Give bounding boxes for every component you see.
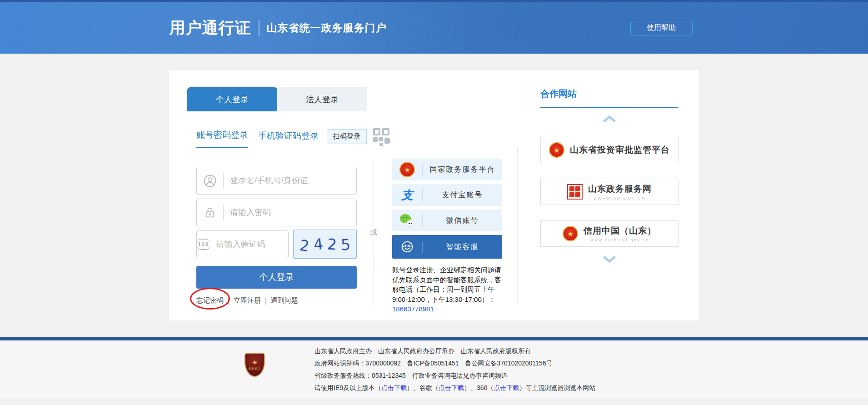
- problem-link[interactable]: 遇到问题: [271, 296, 298, 305]
- chevron-up-icon[interactable]: [603, 115, 616, 123]
- helper-links: 忘记密码 | 立即注册 | 遇到问题: [196, 296, 298, 305]
- customer-service-notice: 账号登录注册、企业绑定相关问题请优先联系页面中的智能客服系统，客服电话（工作日：…: [392, 265, 508, 314]
- brand: 用户通行证 山东省统一政务服务门户: [170, 17, 387, 39]
- browser-text: 请使用IE9及以上版本（: [314, 384, 381, 391]
- brand-divider: [259, 20, 259, 36]
- captcha-digit: 2: [298, 236, 310, 255]
- footer-line-icp: 政府网站识别码：3700000092 鲁ICP备05051451 鲁公网安备37…: [314, 357, 595, 370]
- login-page: 用户通行证 山东省统一政务服务门户 使用帮助 个人登录 法人登录 账号密码登录 …: [0, 0, 868, 405]
- password-field[interactable]: [196, 199, 357, 226]
- personal-login-button[interactable]: 个人登录: [196, 266, 357, 289]
- method-sms-login[interactable]: 手机验证码登录: [258, 130, 319, 148]
- partner-investment-platform[interactable]: ★ 山东省投资审批监管平台: [540, 137, 678, 163]
- chrome-download-link[interactable]: 点击下载: [439, 384, 464, 391]
- captcha-field[interactable]: 123: [196, 230, 289, 258]
- browser-text: ）、360（: [464, 384, 494, 391]
- captcha-digit: 2: [326, 235, 337, 253]
- method-password-login[interactable]: 账号密码登录: [196, 129, 248, 148]
- lock-icon: [197, 206, 223, 219]
- login-card: 个人登录 法人登录 账号密码登录 手机验证码登录 扫码登录: [169, 70, 698, 320]
- password-input[interactable]: [224, 208, 356, 217]
- government-badge-icon: ✦ 党政机关: [244, 353, 265, 377]
- 360-download-link[interactable]: 点击下载: [494, 384, 519, 391]
- wechat-icon: [392, 214, 422, 227]
- scan-login-chip[interactable]: 扫码登录: [327, 129, 367, 144]
- link-separator: |: [228, 297, 229, 305]
- tab-personal-login[interactable]: 个人登录: [187, 87, 277, 111]
- national-emblem-icon: ★: [549, 142, 564, 158]
- alipay-login[interactable]: 支 支付宝账号: [392, 184, 502, 206]
- ie-download-link[interactable]: 点击下载: [381, 384, 407, 391]
- user-icon: [197, 174, 223, 188]
- footer-line-hotline: 省级政务服务热线：0531-12345 行政业务咨询电话见办事咨询频道: [314, 370, 595, 382]
- national-emblem-icon: ★: [392, 162, 422, 177]
- browser-text: ）、谷歌（: [407, 384, 439, 391]
- link-separator: |: [265, 297, 267, 305]
- captcha-digit: 5: [340, 235, 351, 254]
- qr-code-icon[interactable]: [373, 127, 392, 147]
- forgot-password-link[interactable]: 忘记密码: [196, 296, 224, 305]
- customer-service-icon: [392, 240, 422, 254]
- seal-icon: [567, 184, 583, 200]
- tab-legal-person-login[interactable]: 法人登录: [277, 87, 367, 111]
- footer-line-sponsor: 山东省人民政府主办 山东省人民政府办公厅承办 山东省人民政府版权所有: [314, 345, 595, 357]
- partners-title: 合作网站: [540, 88, 577, 100]
- username-field[interactable]: [196, 167, 357, 195]
- numbers-123-icon: 123: [197, 239, 210, 250]
- chevron-down-icon[interactable]: [603, 255, 616, 263]
- alipay-icon: 支: [392, 187, 422, 203]
- partners-underline: [540, 107, 678, 108]
- register-link[interactable]: 立即注册: [234, 296, 261, 305]
- service-phone-link[interactable]: 18663778981: [392, 305, 434, 313]
- header-banner: 用户通行证 山东省统一政务服务门户 使用帮助: [0, 2, 868, 54]
- captcha-digit: 4: [313, 235, 324, 254]
- footer-line-browser: 请使用IE9及以上版本（点击下载）、谷歌（点击下载）、360（点击下载）等主流浏…: [314, 382, 595, 394]
- wechat-login[interactable]: 微信账号: [392, 210, 502, 231]
- footer: ✦ 党政机关 山东省人民政府主办 山东省人民政府办公厅承办 山东省人民政府版权所…: [0, 340, 868, 399]
- footer-divider-bar: [0, 337, 868, 340]
- partners-panel: 合作网站 ★ 山东省投资审批监管平台 山东政务服务网 ZWFW.SD.GOV.C…: [540, 70, 678, 320]
- column-divider: [517, 147, 518, 304]
- page-title: 用户通行证: [170, 17, 251, 39]
- partner-credit-china[interactable]: ★ 信用中国（山东） www.creditsd.gov.cn: [540, 220, 678, 247]
- notice-text: 账号登录注册、企业绑定相关问题请优先联系页面中的智能客服系统，客服电话（工作日：…: [392, 266, 501, 303]
- partner-zwfw-site[interactable]: 山东政务服务网 ZWFW.SD.GOV.CN: [540, 179, 678, 205]
- help-button[interactable]: 使用帮助: [630, 21, 693, 35]
- page-subtitle: 山东省统一政务服务门户: [267, 21, 387, 35]
- captcha-image[interactable]: 2 4 2 5: [293, 230, 357, 259]
- smart-customer-service[interactable]: 智能客服: [392, 235, 502, 259]
- login-tabs: 个人登录 法人登录: [187, 87, 367, 111]
- national-platform-login[interactable]: ★ 国家政务服务平台: [392, 159, 502, 180]
- browser-text: ）等主流浏览器浏览本网站: [519, 384, 595, 391]
- national-emblem-icon: ★: [563, 226, 578, 241]
- username-input[interactable]: [224, 176, 356, 185]
- methods-divider: [196, 147, 517, 147]
- or-separator: 或: [369, 160, 378, 305]
